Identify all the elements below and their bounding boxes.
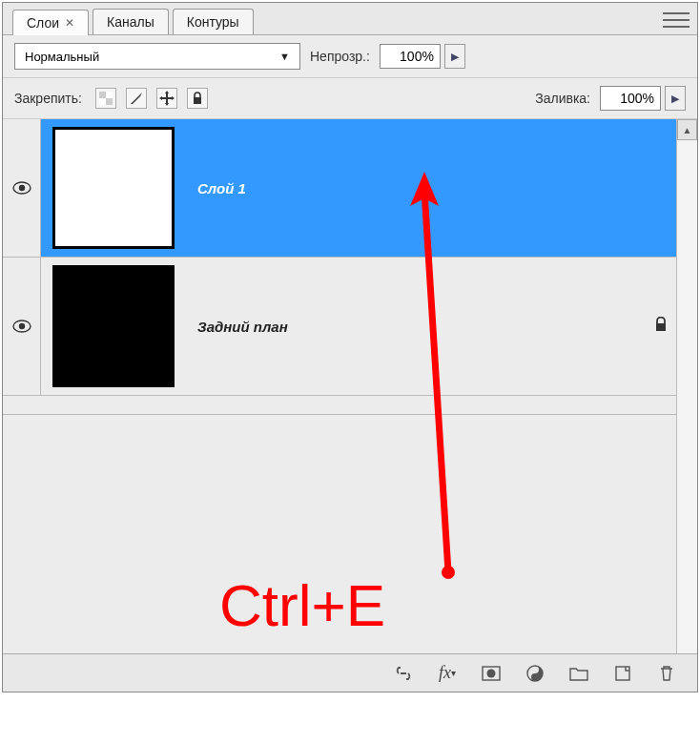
lock-icon: [653, 317, 669, 332]
layer-thumb-wrap: [41, 258, 186, 395]
new-group-button[interactable]: [566, 660, 592, 687]
layer-thumb-wrap: [41, 119, 186, 257]
adjustment-layer-button[interactable]: [522, 660, 548, 687]
lock-all-button[interactable]: [187, 88, 208, 109]
svg-rect-13: [616, 667, 629, 680]
svg-rect-3: [99, 98, 106, 105]
lock-pixels-button[interactable]: [95, 88, 116, 109]
yin-yang-icon: [526, 665, 544, 682]
tab-close-icon[interactable]: ✕: [65, 16, 74, 30]
visibility-toggle[interactable]: [3, 258, 41, 395]
fx-icon: fx: [439, 663, 451, 683]
layer-list: Слой 1 Задний план ▲: [3, 119, 697, 692]
transparency-icon: [99, 92, 113, 105]
move-icon: [159, 91, 175, 106]
eye-icon: [12, 181, 31, 195]
new-layer-button[interactable]: [609, 660, 636, 687]
scrollbar[interactable]: ▲: [676, 119, 697, 653]
folder-icon: [569, 666, 588, 681]
layer-row[interactable]: Задний план: [3, 258, 697, 396]
tab-label: Каналы: [107, 14, 154, 30]
brush-icon: [129, 91, 144, 106]
lock-position-button[interactable]: [156, 88, 177, 109]
tab-layers[interactable]: Слои ✕: [12, 10, 89, 35]
lock-buttons: [95, 88, 208, 109]
tab-channels[interactable]: Каналы: [93, 9, 169, 34]
lock-image-button[interactable]: [126, 88, 147, 109]
fill-group: Заливка: ▶: [535, 86, 686, 111]
lock-label: Закрепить:: [14, 91, 82, 106]
tab-label: Слои: [27, 15, 59, 31]
layer-thumbnail[interactable]: [52, 265, 175, 387]
svg-point-6: [18, 185, 24, 191]
tab-label: Контуры: [187, 14, 239, 30]
panel-menu-icon[interactable]: [663, 12, 690, 28]
svg-rect-9: [656, 323, 666, 331]
bottom-toolbar: fx▾: [3, 653, 697, 692]
opacity-label: Непрозр.:: [310, 49, 370, 64]
layer-name[interactable]: Слой 1: [197, 180, 246, 196]
layer-list-empty-area: [3, 415, 697, 692]
layer-locked-indicator: [653, 317, 669, 336]
svg-rect-4: [194, 97, 201, 104]
new-page-icon: [614, 665, 631, 682]
eye-icon: [12, 320, 31, 333]
layer-effects-button[interactable]: fx▾: [434, 660, 461, 687]
blend-mode-value: Нормальный: [25, 50, 99, 64]
thumbnail-shape: [78, 147, 147, 238]
layer-list-empty-row: [3, 396, 697, 415]
lock-icon: [191, 92, 204, 105]
visibility-toggle[interactable]: [3, 119, 41, 257]
dropdown-arrow-icon: ▼: [279, 51, 290, 62]
fill-label: Заливка:: [535, 91, 590, 106]
layer-row[interactable]: Слой 1: [3, 119, 697, 258]
svg-point-8: [18, 323, 24, 329]
blend-mode-select[interactable]: Нормальный ▼: [14, 43, 300, 70]
opacity-slider-toggle[interactable]: ▶: [444, 44, 465, 69]
blend-row: Нормальный ▼ Непрозр.: ▶: [3, 35, 697, 78]
svg-point-11: [487, 669, 496, 677]
opacity-control: ▶: [380, 44, 465, 69]
svg-rect-2: [106, 92, 113, 98]
layers-panel: — ✕ Слои ✕ Каналы Контуры Нормальный ▼ Н…: [2, 2, 698, 692]
fill-slider-toggle[interactable]: ▶: [665, 86, 686, 111]
tab-paths[interactable]: Контуры: [173, 9, 254, 34]
mask-icon: [482, 666, 501, 681]
opacity-input[interactable]: [380, 44, 441, 69]
svg-rect-0: [99, 92, 106, 98]
lock-row: Закрепить: Заливка: ▶: [3, 78, 697, 119]
link-layers-button[interactable]: [390, 660, 417, 687]
svg-rect-1: [106, 98, 113, 105]
layer-mask-button[interactable]: [478, 660, 504, 687]
fill-input[interactable]: [600, 86, 661, 111]
scroll-up-button[interactable]: ▲: [677, 119, 697, 140]
layer-thumbnail[interactable]: [52, 127, 175, 249]
trash-icon: [659, 665, 674, 682]
layer-name[interactable]: Задний план: [197, 319, 288, 335]
delete-layer-button[interactable]: [653, 660, 680, 687]
panel-tabs: Слои ✕ Каналы Контуры: [3, 3, 697, 35]
link-icon: [394, 664, 413, 683]
